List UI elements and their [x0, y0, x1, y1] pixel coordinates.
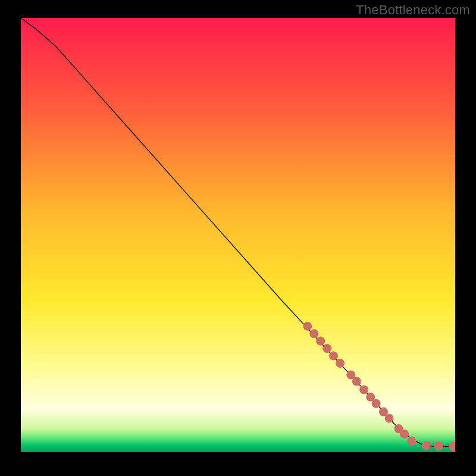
data-point — [309, 329, 318, 338]
watermark-text: TheBottleneck.com — [356, 2, 470, 18]
chart-plot-area — [21, 18, 455, 452]
data-point — [359, 385, 368, 394]
chart-svg — [21, 18, 455, 452]
data-point — [372, 399, 381, 408]
data-point — [322, 344, 331, 353]
data-point — [408, 437, 416, 446]
data-point — [434, 441, 443, 450]
data-point — [422, 441, 431, 450]
chart-frame: TheBottleneck.com — [0, 0, 476, 476]
data-point — [352, 377, 361, 386]
data-point — [316, 337, 325, 346]
data-point — [385, 414, 394, 423]
chart-background — [21, 18, 455, 452]
data-point — [400, 430, 409, 439]
data-point — [303, 322, 312, 331]
data-point — [329, 351, 338, 360]
data-point — [336, 359, 345, 368]
